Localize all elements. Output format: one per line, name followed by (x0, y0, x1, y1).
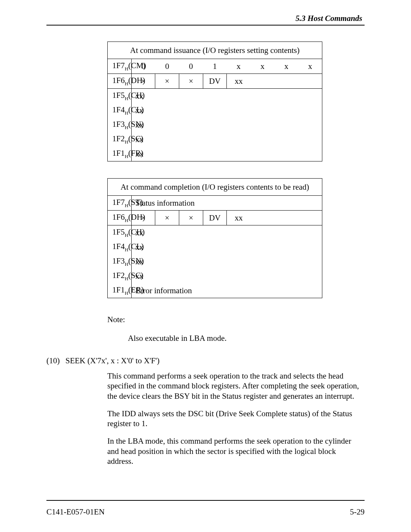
table-row: 1F4H(CL) xx (108, 103, 322, 118)
table-row: 1F3H(SN) xx (108, 254, 322, 269)
fr-val: xx (131, 147, 322, 161)
cl2-val: xx (131, 240, 322, 254)
table-row: 1F2H(SC) xx (108, 132, 322, 147)
dh-bit2 (250, 74, 274, 89)
note-body: Also executable in LBA mode. (128, 334, 365, 343)
completion-table: At command completion (I/O registers con… (107, 178, 322, 298)
dh2-bit0 (298, 211, 322, 225)
section-title: SEEK (X'7x', x : X'0' to X'F') (65, 356, 159, 366)
reg-label-er: 1F1H(ER) (108, 283, 132, 298)
reg-label-sc: 1F2H(SC) (108, 132, 132, 147)
issuance-table-wrap: At command issuance (I/O registers setti… (107, 42, 322, 161)
note-label: Note: (107, 315, 365, 324)
sn2-val: xx (131, 254, 322, 269)
reg-label-sc2: 1F2H(SC) (108, 269, 132, 283)
reg-label-dh2: 1F6H(DH) (108, 211, 132, 225)
table-row: 1F1H(ER) Error information (108, 283, 322, 298)
issuance-table-title: At command issuance (I/O registers setti… (108, 42, 322, 59)
dh2-bit2 (250, 211, 274, 225)
reg-label-cl: 1F4H(CL) (108, 103, 132, 118)
cm-bit2: x (250, 59, 274, 74)
note-block: Note: Also executable in LBA mode. (107, 315, 365, 343)
table-row: 1F7H(CM) 0 0 0 1 x x x x (108, 59, 322, 74)
dh2-bit5: × (179, 211, 203, 225)
dh-bit6: × (155, 74, 179, 89)
reg-label-sn2: 1F3H(SN) (108, 254, 132, 269)
page-footer: C141-E057-01EN 5-29 (46, 507, 365, 517)
er-val: Error information (131, 283, 322, 298)
ch2-val: xx (131, 225, 322, 240)
reg-label-st: 1F7H(ST) (108, 196, 132, 211)
sn-val: xx (131, 118, 322, 132)
reg-label-sn: 1F3H(SN) (108, 118, 132, 132)
dh2-bit6: × (155, 211, 179, 225)
dh-bit3: xx (227, 74, 251, 89)
paragraph: This command performs a seek operation t… (107, 371, 361, 401)
cm-bit5: 0 (179, 59, 203, 74)
cl-val: xx (131, 103, 322, 118)
footer-doc-id: C141-E057-01EN (46, 507, 105, 517)
completion-table-title: At command completion (I/O registers con… (108, 179, 322, 196)
page-header: 5.3 Host Commands (46, 14, 365, 23)
table-row: 1F2H(SC) xx (108, 269, 322, 283)
dh2-bit3: xx (227, 211, 251, 225)
table-row: At command completion (I/O registers con… (108, 179, 322, 196)
sc2-val: xx (131, 269, 322, 283)
paragraph: The IDD always sets the DSC bit (Drive S… (107, 409, 361, 429)
cm-bit0: x (298, 59, 322, 74)
cm-bit6: 0 (155, 59, 179, 74)
paragraph: In the LBA mode, this command performs t… (107, 436, 361, 466)
footer-page-number: 5-29 (350, 507, 365, 517)
cm-bit3: x (227, 59, 251, 74)
header-rule (46, 25, 365, 26)
reg-label-dh: 1F6H(DH) (108, 74, 132, 89)
reg-label-cl2: 1F4H(CL) (108, 240, 132, 254)
dh-bit4: DV (203, 74, 227, 89)
dh-bit5: × (179, 74, 203, 89)
completion-table-wrap: At command completion (I/O registers con… (107, 178, 322, 298)
st-val: Status information (131, 196, 322, 211)
table-row: 1F5H(CH) xx (108, 225, 322, 240)
reg-label-cm: 1F7H(CM) (108, 59, 132, 74)
reg-label-fr: 1F1H(FR) (108, 147, 132, 161)
ch-val: xx (131, 89, 322, 104)
dh-bit0 (298, 74, 322, 89)
table-row: 1F1H(FR) xx (108, 147, 322, 161)
dh2-bit4: DV (203, 211, 227, 225)
footer-rule (46, 500, 365, 501)
table-row: 1F7H(ST) Status information (108, 196, 322, 211)
table-row: At command issuance (I/O registers setti… (108, 42, 322, 59)
table-row: 1F3H(SN) xx (108, 118, 322, 132)
page: 5.3 Host Commands At command issuance (I… (0, 0, 411, 532)
table-row: 1F5H(CH) xx (108, 89, 322, 104)
table-row: 1F4H(CL) xx (108, 240, 322, 254)
reg-label-ch2: 1F5H(CH) (108, 225, 132, 240)
dh2-bit1 (274, 211, 298, 225)
dh-bit1 (274, 74, 298, 89)
table-row: 1F6H(DH) × × × DV xx (108, 74, 322, 89)
reg-label-ch: 1F5H(CH) (108, 89, 132, 104)
header-section-text: 5.3 Host Commands (295, 14, 362, 23)
cm-bit4: 1 (203, 59, 227, 74)
section-number: (10) (46, 356, 62, 366)
issuance-table: At command issuance (I/O registers setti… (107, 42, 322, 161)
section-heading: (10) SEEK (X'7x', x : X'0' to X'F') (46, 356, 365, 366)
sc-val: xx (131, 132, 322, 147)
cm-bit1: x (274, 59, 298, 74)
table-row: 1F6H(DH) × × × DV xx (108, 211, 322, 225)
